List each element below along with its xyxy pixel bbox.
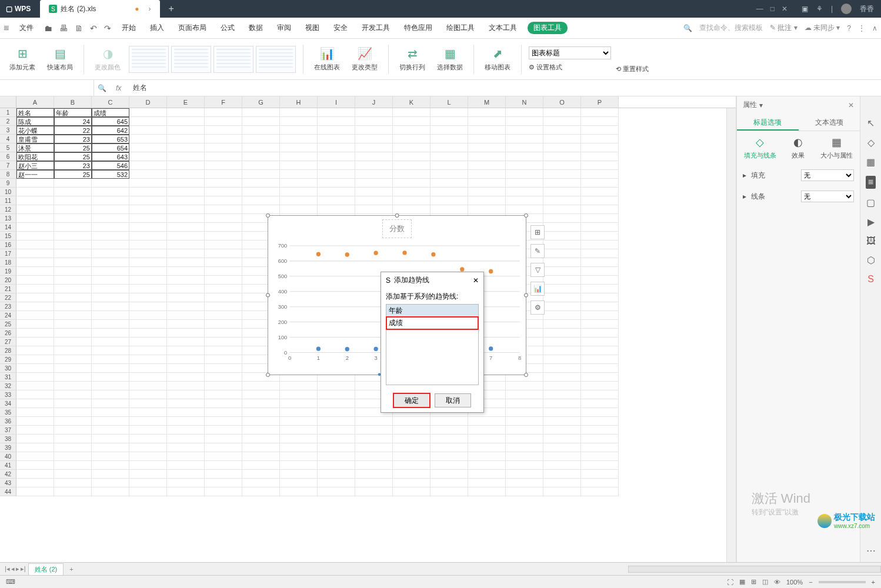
cell[interactable]: 25 (54, 152, 92, 161)
cell[interactable] (92, 426, 129, 435)
dropdown-icon[interactable]: ▾ (759, 101, 763, 109)
cell[interactable] (581, 214, 619, 223)
cell[interactable] (205, 302, 242, 311)
cell[interactable] (543, 188, 581, 196)
column-header[interactable]: F (205, 96, 242, 108)
cell[interactable] (543, 338, 581, 346)
cell[interactable] (16, 293, 54, 302)
cell[interactable] (167, 408, 205, 417)
cell[interactable] (167, 311, 205, 320)
row-header[interactable]: 39 (0, 443, 16, 452)
view-split-icon[interactable]: ◫ (762, 578, 768, 586)
sync-button[interactable]: ☁ 未同步 ▾ (805, 23, 840, 33)
cell[interactable] (543, 355, 581, 364)
cell[interactable] (468, 205, 506, 214)
cell[interactable] (431, 152, 468, 161)
ok-button[interactable]: 确定 (393, 393, 430, 407)
cell[interactable] (129, 152, 167, 161)
cell[interactable] (242, 108, 280, 117)
cell[interactable] (205, 399, 242, 408)
cell[interactable] (393, 461, 431, 470)
cell[interactable] (129, 108, 167, 117)
cell[interactable] (205, 240, 242, 249)
cursor-icon[interactable]: ↖ (867, 118, 875, 129)
cell[interactable] (242, 452, 280, 461)
cell[interactable] (393, 443, 431, 452)
cell[interactable] (205, 267, 242, 276)
cell[interactable] (167, 240, 205, 249)
zoom-out-icon[interactable]: − (809, 579, 812, 586)
cell[interactable] (129, 417, 167, 426)
cell[interactable]: 643 (92, 152, 129, 161)
resize-handle[interactable] (266, 373, 270, 377)
section-fill-line[interactable]: ◇ 填充与线条 (744, 136, 776, 160)
cell[interactable] (318, 417, 355, 426)
cell[interactable] (431, 143, 468, 152)
cell[interactable]: 姓名 (16, 108, 54, 117)
cell[interactable] (431, 188, 468, 196)
cell[interactable] (280, 161, 318, 170)
cell[interactable] (581, 461, 619, 470)
cell[interactable] (54, 276, 92, 285)
row-header[interactable]: 24 (0, 311, 16, 320)
cell[interactable] (506, 382, 543, 390)
cell[interactable] (318, 452, 355, 461)
cell[interactable] (205, 390, 242, 399)
quick-layout-button[interactable]: ▤ 快速布局 (44, 46, 76, 72)
cell[interactable] (393, 179, 431, 188)
cell[interactable] (167, 223, 205, 232)
cell[interactable] (54, 399, 92, 408)
fullscreen-icon[interactable]: ⛶ (727, 579, 733, 586)
cell[interactable] (318, 487, 355, 496)
cell[interactable] (581, 188, 619, 196)
cell[interactable] (581, 443, 619, 452)
cell[interactable] (393, 196, 431, 205)
cell[interactable] (167, 390, 205, 399)
cell[interactable] (543, 179, 581, 188)
row-header[interactable]: 3 (0, 126, 16, 135)
settings-icon[interactable]: ≡ (866, 176, 876, 189)
cell[interactable] (54, 240, 92, 249)
cell[interactable] (543, 126, 581, 135)
cell[interactable] (355, 487, 393, 496)
series-item[interactable]: 年龄 (386, 305, 478, 317)
cell[interactable] (205, 249, 242, 258)
cell[interactable] (129, 399, 167, 408)
row-header[interactable]: 22 (0, 293, 16, 302)
cell[interactable] (506, 161, 543, 170)
cell[interactable] (205, 117, 242, 126)
row-header[interactable]: 25 (0, 320, 16, 329)
cell[interactable] (205, 408, 242, 417)
cell[interactable] (167, 487, 205, 496)
cell[interactable] (581, 435, 619, 443)
cell[interactable] (167, 143, 205, 152)
sogou-icon[interactable]: S (867, 274, 874, 285)
move-chart-button[interactable]: ⬈ 移动图表 (481, 46, 514, 72)
cell[interactable] (280, 152, 318, 161)
chart-style-2[interactable] (171, 46, 211, 73)
prev-sheet-icon[interactable]: ◂ (11, 565, 15, 573)
cell[interactable] (355, 161, 393, 170)
cell[interactable] (318, 470, 355, 479)
cell[interactable] (167, 329, 205, 338)
cell[interactable]: 皇甫雪 (16, 135, 54, 143)
view-normal-icon[interactable]: ▦ (739, 578, 745, 586)
cell[interactable] (506, 479, 543, 487)
cell[interactable] (16, 320, 54, 329)
cancel-button[interactable]: 取消 (435, 393, 471, 407)
cell[interactable] (54, 461, 92, 470)
cell[interactable] (393, 161, 431, 170)
chart-style-4[interactable] (256, 46, 296, 73)
cell[interactable] (543, 426, 581, 435)
cell[interactable] (129, 364, 167, 373)
line-select[interactable]: 无 (801, 191, 854, 202)
cell[interactable] (581, 135, 619, 143)
cell[interactable] (16, 232, 54, 240)
picture-icon[interactable]: 🖼 (866, 236, 876, 246)
cell[interactable]: 546 (92, 161, 129, 170)
select-all-corner[interactable] (0, 96, 16, 108)
row-header[interactable]: 1 (0, 108, 16, 117)
cell[interactable] (543, 382, 581, 390)
cell[interactable] (318, 426, 355, 435)
cell[interactable] (205, 382, 242, 390)
